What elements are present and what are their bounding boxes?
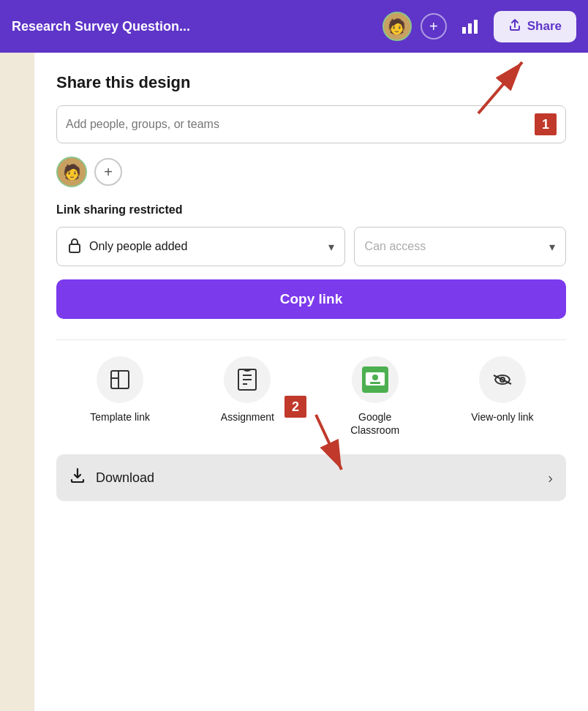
- template-link-icon: [97, 356, 143, 403]
- svg-rect-5: [111, 371, 129, 388]
- permission-dropdown-value: Can access: [365, 240, 545, 253]
- search-input[interactable]: [66, 118, 557, 131]
- share-panel: Share this design 1 🧑 + Link sharing res…: [34, 53, 588, 711]
- share-options-section: Template link Assignment: [56, 356, 566, 437]
- view-only-link-button[interactable]: View-only link: [466, 356, 539, 424]
- share-button[interactable]: Share: [494, 11, 576, 42]
- share-icons-row: Template link Assignment: [56, 356, 566, 437]
- download-chevron: ›: [548, 470, 553, 486]
- annotation-badge-2: 2: [283, 394, 308, 419]
- user-avatar: 🧑: [56, 157, 87, 187]
- view-only-link-icon: [479, 356, 526, 403]
- annotation-badge-1: 1: [533, 112, 558, 137]
- svg-rect-0: [462, 27, 466, 34]
- assignment-button[interactable]: Assignment: [211, 356, 284, 424]
- topbar: Research Survey Question... 🧑 + Share: [0, 0, 588, 53]
- google-classroom-label: Google Classroom: [339, 410, 412, 437]
- lock-icon: [67, 237, 82, 257]
- copy-link-button[interactable]: Copy link: [56, 279, 566, 319]
- google-classroom-button[interactable]: Google Classroom: [339, 356, 412, 437]
- avatar-row: 🧑 +: [56, 157, 566, 187]
- download-label: Download: [96, 470, 538, 486]
- panel-title: Share this design: [56, 73, 566, 92]
- google-classroom-icon: [352, 356, 399, 403]
- document-title: Research Survey Question...: [12, 19, 374, 34]
- download-button[interactable]: Download ›: [56, 454, 566, 501]
- svg-rect-2: [474, 20, 478, 34]
- share-button-label: Share: [527, 19, 562, 34]
- analytics-icon[interactable]: [456, 12, 485, 41]
- link-sharing-label: Link sharing restricted: [56, 203, 566, 217]
- template-link-button[interactable]: Template link: [83, 356, 157, 424]
- download-icon: [69, 467, 86, 488]
- svg-rect-15: [370, 382, 380, 384]
- search-row: 1: [56, 105, 566, 143]
- svg-rect-1: [468, 23, 472, 34]
- add-collaborator-button[interactable]: +: [421, 13, 447, 40]
- avatar[interactable]: 🧑: [382, 12, 412, 41]
- assignment-label: Assignment: [221, 410, 274, 424]
- access-dropdown-chevron: ▾: [328, 240, 334, 254]
- badge-2-number: 2: [283, 394, 308, 419]
- add-person-button[interactable]: +: [94, 158, 122, 186]
- template-link-label: Template link: [90, 410, 150, 424]
- permission-dropdown[interactable]: Can access ▾: [354, 227, 566, 266]
- canvas-background: [0, 53, 37, 711]
- dropdowns-row: Only people added ▾ Can access ▾: [56, 227, 566, 266]
- assignment-icon: [224, 356, 271, 403]
- access-dropdown-value: Only people added: [89, 240, 321, 253]
- divider: [56, 339, 566, 340]
- permission-dropdown-chevron: ▾: [549, 240, 555, 254]
- svg-point-14: [372, 375, 378, 380]
- view-only-link-label: View-only link: [471, 410, 533, 424]
- svg-rect-4: [69, 244, 80, 252]
- access-dropdown[interactable]: Only people added ▾: [56, 227, 345, 266]
- share-icon: [508, 18, 521, 35]
